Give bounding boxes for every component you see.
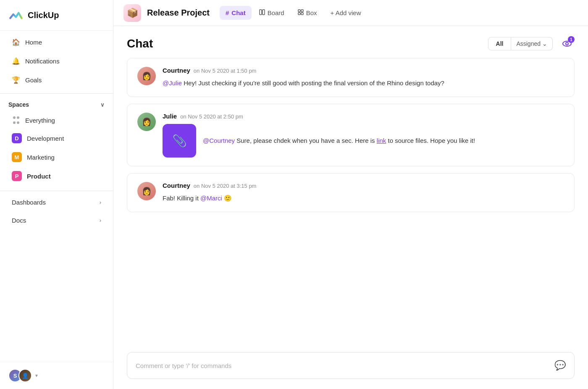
divider-bottom-nav [0,191,113,191]
message-body-2: @Courtney Sure, please chdek when you ha… [203,136,475,146]
project-icon: 📦 [123,4,141,22]
sidebar-item-dashboards[interactable]: Dashboards › [3,194,110,211]
tab-list: # Chat Board Box + Add view [220,6,578,20]
message-text-3a: Fab! Killing it [163,194,200,202]
tab-box-label: Box [306,9,317,16]
filter-assigned-label: Assigned [516,40,541,47]
filter-group: All Assigned ⌄ [488,37,553,50]
sidebar-item-goals-label: Goals [25,76,42,84]
bottom-nav: Dashboards › Docs › [0,193,113,230]
message-time-3: on Nov 5 2020 at 3:15 pm [194,183,257,189]
comment-input-bar[interactable]: Comment or type '/' for commands 💬 [127,352,575,379]
svg-rect-5 [301,13,303,15]
filter-assigned-button[interactable]: Assigned ⌄ [511,37,553,50]
chevron-down-filter-icon: ⌄ [542,40,547,47]
spaces-list: Everything D Development M Marketing P P… [0,111,113,186]
avatar-group: S 👤 [8,369,32,382]
mention-julie: @Julie [163,79,182,87]
avatar-courtney: 👩 [137,67,156,85]
svg-rect-1 [262,10,265,15]
paperclip-icon: 📎 [172,134,187,148]
svg-point-7 [566,42,568,45]
logo-area: ClickUp [0,0,113,31]
mention-courtney: @Courtney [203,137,235,144]
main-content: 📦 Release Project # Chat Board Box + Add… [113,0,588,389]
message-header: Courtney on Nov 5 2020 at 1:50 pm [163,67,564,74]
dashboards-label: Dashboards [12,199,46,206]
board-tab-icon [259,9,265,16]
divider-spaces [0,93,113,94]
sidebar-item-development[interactable]: D Development [3,129,110,147]
spaces-label: Spaces [8,101,29,108]
footer-dropdown-arrow[interactable]: ▾ [35,373,38,378]
watch-badge: 1 [568,36,575,43]
chat-header: Chat All Assigned ⌄ 1 [113,26,588,58]
avatar-julie: 👩 [137,113,156,131]
message-content-2: Julie on Nov 5 2020 at 2:50 pm 📎 @Courtn… [163,113,564,158]
trophy-icon: 🏆 [12,76,20,84]
sidebar-item-marketing[interactable]: M Marketing [3,148,110,166]
chevron-down-icon: ∨ [100,102,105,108]
message-content-3: Courtney on Nov 5 2020 at 3:15 pm Fab! K… [163,182,564,203]
message-author-3: Courtney [163,182,190,189]
sidebar-item-product[interactable]: P Product [3,167,110,185]
tab-box[interactable]: Box [292,6,323,20]
sidebar-item-docs[interactable]: Docs › [3,212,110,229]
sidebar-item-notifications-label: Notifications [25,58,60,65]
sidebar-item-development-label: Development [27,135,64,142]
app-name: ClickUp [28,11,59,20]
everything-icon [12,116,20,124]
message-text-1: Hey! Just checking if you're still good … [184,79,444,87]
tab-board-label: Board [268,9,284,16]
sidebar: ClickUp 🏠 Home 🔔 Notifications 🏆 Goals S… [0,0,113,389]
sidebar-item-marketing-label: Marketing [27,154,55,161]
message-card: 👩 Courtney on Nov 5 2020 at 3:15 pm Fab!… [127,173,575,212]
sidebar-item-home[interactable]: 🏠 Home [3,33,110,51]
svg-rect-3 [301,10,303,12]
docs-label: Docs [12,217,26,224]
message-time-2: on Nov 5 2020 at 2:50 pm [180,113,243,120]
attachment-row: 📎 @Courtney Sure, please chdek when you … [163,124,564,158]
chat-title: Chat [127,37,153,50]
message-time: on Nov 5 2020 at 1:50 pm [194,68,257,74]
watch-button[interactable]: 1 [559,36,575,51]
tab-chat[interactable]: # Chat [220,6,252,20]
chevron-right-icon-docs: › [100,218,101,223]
tab-chat-label: Chat [231,9,245,16]
add-view-button[interactable]: + Add view [325,6,367,20]
message-text-3b: 🙂 [224,194,232,202]
sidebar-item-home-label: Home [25,39,42,46]
comment-bubble-icon: 💬 [554,360,566,371]
comment-placeholder: Comment or type '/' for commands [136,362,231,369]
source-link[interactable]: link [377,137,386,144]
product-badge: P [12,171,22,181]
spaces-header[interactable]: Spaces ∨ [0,95,113,111]
development-badge: D [12,133,22,143]
chat-area: Chat All Assigned ⌄ 1 [113,26,588,389]
filter-all-button[interactable]: All [488,37,512,50]
main-nav: 🏠 Home 🔔 Notifications 🏆 Goals [0,31,113,92]
svg-rect-2 [298,10,300,12]
message-header-3: Courtney on Nov 5 2020 at 3:15 pm [163,182,564,189]
project-title: Release Project [147,8,210,18]
message-card: 👩 Julie on Nov 5 2020 at 2:50 pm 📎 @Cour… [127,104,575,166]
message-header-2: Julie on Nov 5 2020 at 2:50 pm [163,113,564,120]
message-card: 👩 Courtney on Nov 5 2020 at 1:50 pm @Jul… [127,58,575,97]
marketing-badge: M [12,152,22,162]
mention-marci: @Marci [200,194,222,202]
message-body-3: Fab! Killing it @Marci 🙂 [163,193,564,203]
message-author-2: Julie [163,113,177,120]
sidebar-item-everything[interactable]: Everything [3,112,110,129]
sidebar-item-goals[interactable]: 🏆 Goals [3,71,110,89]
tab-board[interactable]: Board [253,6,290,20]
sidebar-footer: S 👤 ▾ [0,362,113,389]
box-tab-icon [298,9,304,16]
clickup-logo-icon [8,8,24,23]
sidebar-item-notifications[interactable]: 🔔 Notifications [3,52,110,70]
messages-list: 👩 Courtney on Nov 5 2020 at 1:50 pm @Jul… [113,58,588,352]
attachment-thumbnail[interactable]: 📎 [163,124,196,158]
message-text-2b: to source files. Hope you like it! [388,137,475,144]
message-content: Courtney on Nov 5 2020 at 1:50 pm @Julie… [163,67,564,88]
add-view-label: + Add view [331,9,361,16]
avatar-d: 👤 [18,369,32,382]
